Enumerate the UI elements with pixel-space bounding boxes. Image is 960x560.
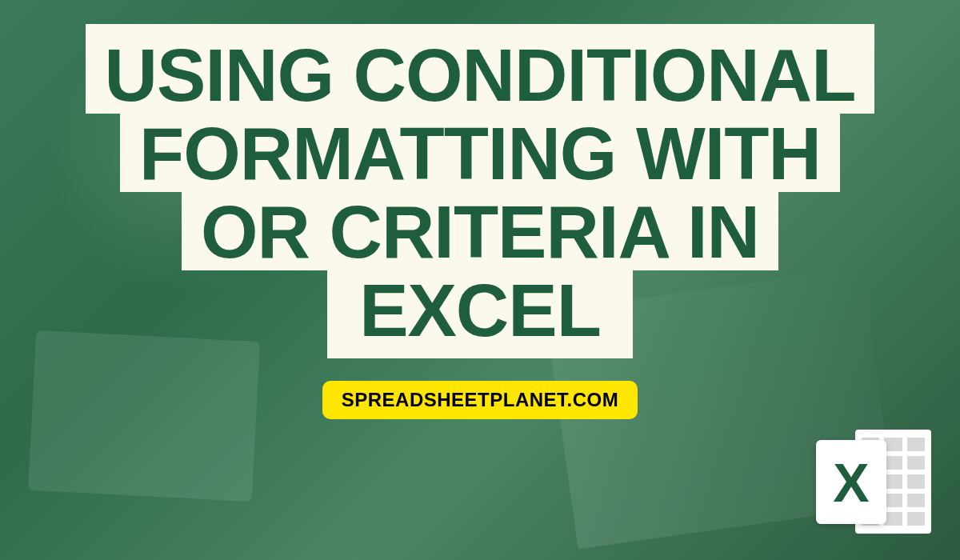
domain-badge: SPREADSHEETPLANET.COM: [322, 381, 638, 419]
sheet-cell: [884, 456, 902, 470]
title-line-4: EXCEL: [327, 269, 633, 358]
excel-x-letter: X: [833, 451, 869, 514]
page-title: USING CONDITIONAL FORMATTING WITH OR CRI…: [86, 24, 875, 357]
sheet-cell: [884, 512, 902, 526]
sheet-cell: [907, 474, 925, 488]
sheet-cell: [907, 438, 925, 451]
sheet-cell: [884, 438, 902, 451]
title-line-2: FORMATTING WITH: [120, 112, 840, 192]
title-line-3: OR CRITERIA IN: [182, 190, 778, 270]
sheet-cell: [907, 456, 925, 470]
excel-icon: X: [811, 426, 931, 538]
sheet-cell: [907, 494, 925, 507]
sheet-cell: [907, 512, 925, 526]
title-line-1: USING CONDITIONAL: [86, 24, 875, 114]
sheet-cell: [884, 494, 902, 507]
excel-book-icon: X: [816, 440, 886, 524]
sheet-cell: [884, 474, 902, 488]
